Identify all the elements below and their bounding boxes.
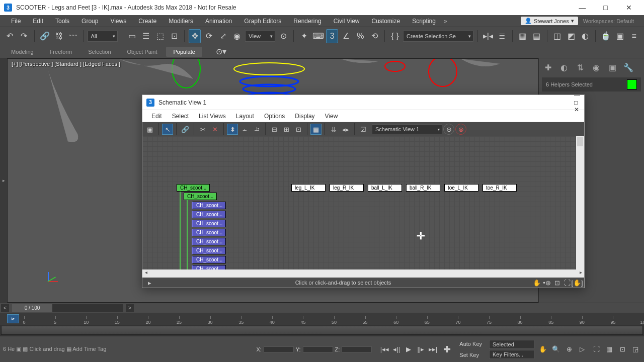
schematic-expand-button[interactable]: ⊟ [269, 124, 280, 135]
workspaces-label[interactable]: Workspaces: Default [578, 18, 639, 24]
nav-pan-button[interactable]: ✋ [537, 344, 548, 355]
menu-file[interactable]: File [5, 16, 27, 27]
menu-edit[interactable]: Edit [27, 16, 49, 27]
close-button[interactable]: ✕ [617, 0, 640, 15]
schematic-view-dropdown[interactable]: Schematic View 1 [372, 124, 442, 134]
schematic-node-leg-r-ik[interactable]: leg_R_IK [330, 184, 364, 192]
schematic-pan-icon[interactable]: ✋ [532, 278, 542, 287]
timeslider-thumb[interactable]: 0 / 100 [12, 304, 52, 312]
ribbon-toggle-button[interactable]: ⊙▾ [214, 45, 228, 59]
schematic-unlink-button[interactable]: ✂ [197, 124, 208, 135]
schematic-preferences-button[interactable]: ☑ [358, 124, 369, 135]
rotate-button[interactable]: ⟳ [203, 29, 215, 43]
menu-group[interactable]: Group [75, 16, 104, 27]
schematic-connect-button[interactable]: 🔗 [180, 124, 191, 135]
schematic-hscroll[interactable]: ◂ ▸ [142, 269, 584, 278]
schematic-menu-edit[interactable]: Edit [146, 112, 167, 121]
menu-scripting[interactable]: Scripting [406, 16, 442, 27]
schematic-arrange-button[interactable]: ⬍ [227, 124, 238, 135]
schematic-node-toe-l-ik[interactable]: toe_L_IK [444, 184, 478, 192]
hierarchy-panel-icon[interactable]: ⇅ [574, 61, 586, 73]
schematic-menu-options[interactable]: Options [259, 112, 290, 121]
schematic-node[interactable]: CH_scoot... [192, 211, 226, 218]
ribbon-modeling[interactable]: Modeling [4, 47, 41, 57]
schematic-zoom-icon[interactable]: •⊕ [542, 278, 552, 287]
menu-rendering[interactable]: Rendering [287, 16, 327, 27]
render-frame-button[interactable]: ▣ [614, 29, 626, 43]
key-filter-selected[interactable]: Selected [489, 340, 534, 349]
layer-explorer-button[interactable]: ▤ [531, 29, 543, 43]
schematic-move-children-button[interactable]: ⇊ [328, 124, 339, 135]
select-button[interactable]: ▭ [126, 29, 138, 43]
ribbon-freeform[interactable]: Freeform [43, 47, 79, 57]
modify-panel-icon[interactable]: ◐ [558, 61, 570, 73]
utilities-panel-icon[interactable]: 🔧 [622, 61, 634, 73]
menu-tools[interactable]: Tools [49, 16, 75, 27]
track-slot[interactable] [1, 326, 643, 335]
schematic-collapse-button[interactable]: ⊞ [281, 124, 292, 135]
nav-zoom-all-button[interactable]: ▦ [604, 344, 615, 355]
schematic-node-ball-l-ik[interactable]: ball_L_IK [368, 184, 402, 192]
schematic-node-toe-r-ik[interactable]: toe_R_IK [482, 184, 517, 192]
schematic-node[interactable]: CH_scoot... [192, 202, 226, 209]
layers-button[interactable]: ▦ [517, 29, 529, 43]
schematic-node[interactable]: CH_scoot... [192, 220, 226, 227]
schematic-shrink-button[interactable]: ◂▸ [340, 124, 351, 135]
maximize-button[interactable]: □ [594, 0, 617, 15]
align-button[interactable]: ≣ [496, 29, 508, 43]
schematic-display-floater-button[interactable]: ▣ [144, 124, 155, 135]
pivot-button[interactable]: ⊙ [277, 29, 289, 43]
schematic-toggle-button[interactable]: ⊡ [293, 124, 304, 135]
schematic-node-child[interactable]: CH_scoot... [184, 193, 217, 200]
menu-animation[interactable]: Animation [199, 16, 238, 27]
placement-button[interactable]: ◉ [231, 29, 243, 43]
schematic-node-ball-r-ik[interactable]: ball_R_IK [406, 184, 440, 192]
motion-panel-icon[interactable]: ◉ [590, 61, 602, 73]
menu-graph-editors[interactable]: Graph Editors [238, 16, 287, 27]
viewport-expand-button[interactable]: ▸ [3, 178, 5, 183]
play-button[interactable]: ▶ [403, 344, 414, 355]
schematic-node[interactable]: CH_scoot... [192, 256, 226, 263]
coord-z[interactable] [342, 346, 372, 352]
schematic-node[interactable]: CH_scoot... [192, 247, 226, 254]
unlink-button[interactable]: ⛓ [53, 29, 65, 43]
keyboard-shortcut-button[interactable]: ⌨ [312, 29, 324, 43]
coord-x[interactable] [264, 346, 294, 352]
nav-max-toggle-button[interactable]: ⊡ [617, 344, 628, 355]
rect-region-button[interactable]: ⬚ [154, 29, 166, 43]
snap-button[interactable]: 3 [326, 29, 338, 43]
schematic-canvas[interactable]: CH_scoot... CH_scoot... CH_scoot... CH_s… [142, 136, 584, 269]
next-frame-button[interactable]: ||▸ [415, 344, 426, 355]
schematic-select-button[interactable]: ↖ [162, 124, 173, 135]
ribbon-populate[interactable]: Populate [166, 47, 202, 57]
toolbar-overflow-button[interactable]: ≡ [628, 29, 640, 43]
timeslider-track[interactable]: 0 / 100 [12, 304, 123, 312]
select-by-name-button[interactable]: ☰ [140, 29, 152, 43]
timeline[interactable]: ⊳ 05101520253035404550556065707580859095… [0, 313, 644, 325]
schematic-delete-view-button[interactable]: ⊗ [455, 124, 466, 135]
goto-start-button[interactable]: |◂◂ [379, 344, 390, 355]
schematic-vscroll[interactable] [576, 136, 584, 270]
schematic-node[interactable]: CH_scoot... [192, 229, 226, 236]
schematic-back-button[interactable]: ⊖ [443, 124, 454, 135]
user-badge[interactable]: 👤Stewart Jones ▾ [521, 17, 578, 25]
mirror-button[interactable]: ▸|◂ [482, 29, 494, 43]
schematic-align-top-button[interactable]: ⫠ [239, 124, 250, 135]
set-key-button[interactable]: Set Key [455, 350, 486, 360]
goto-end-button[interactable]: ▸▸| [427, 344, 438, 355]
schematic-node[interactable]: CH_scoot... [192, 238, 226, 245]
create-panel-icon[interactable]: ✚ [542, 61, 554, 73]
nav-zoom-extents-button[interactable]: ⛶ [591, 344, 602, 355]
display-panel-icon[interactable]: ▣ [606, 61, 618, 73]
ribbon-selection[interactable]: Selection [81, 47, 118, 57]
timeline-key-mode-button[interactable]: ⊳ [7, 314, 19, 323]
menu-create[interactable]: Create [132, 16, 163, 27]
material-editor-button[interactable]: ◐ [579, 29, 591, 43]
schematic-node-root[interactable]: CH_scoot... [177, 184, 210, 192]
timeslider-prev[interactable]: < [1, 304, 9, 312]
filter-dropdown[interactable]: All [88, 31, 118, 42]
viewport-label[interactable]: [+] [Perspective ] [Standard ] [Edged Fa… [12, 61, 120, 67]
color-swatch[interactable] [627, 79, 637, 89]
menu-customize[interactable]: Customize [366, 16, 407, 27]
schematic-menu-select[interactable]: Select [167, 112, 194, 121]
